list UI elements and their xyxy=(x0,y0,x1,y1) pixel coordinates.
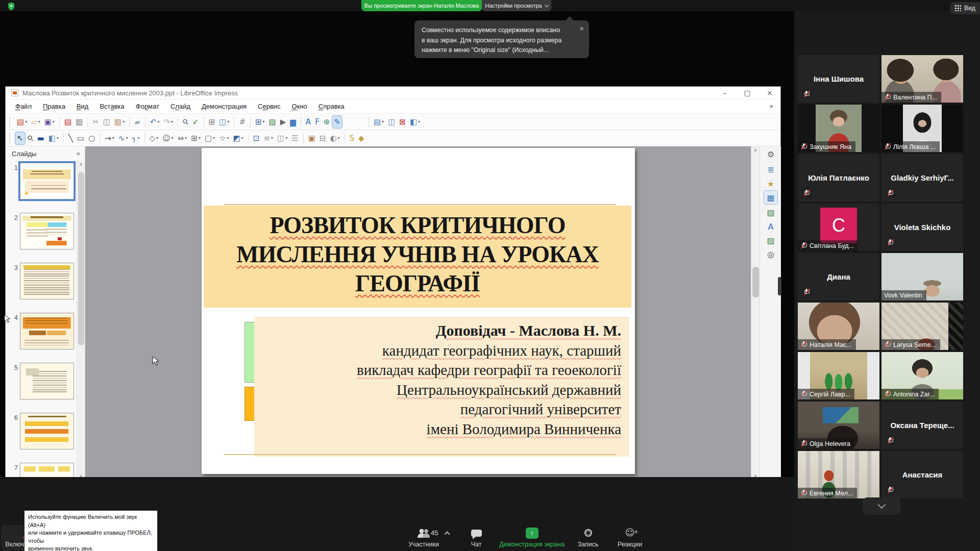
participant-tile[interactable]: Закушняк Яна xyxy=(798,105,879,152)
participant-tile[interactable]: Юлія Патлаєнко xyxy=(798,154,879,202)
stars-button[interactable]: ☆▾ xyxy=(217,132,230,144)
insert-fontwork-button[interactable]: F xyxy=(313,116,321,128)
close-button[interactable]: × xyxy=(761,87,778,99)
menu-item[interactable]: Формат xyxy=(130,99,165,114)
slide-thumbnail[interactable] xyxy=(20,313,74,349)
undo-button[interactable]: ↶▾ xyxy=(149,116,161,128)
block-arrows-button[interactable]: ⇔▾ xyxy=(176,132,189,144)
menu-item[interactable]: Сервис xyxy=(252,99,286,114)
participant-tile[interactable]: Диана xyxy=(798,253,879,300)
clone-formatting-button[interactable]: ▰ xyxy=(133,116,142,128)
menu-item[interactable]: Вставка xyxy=(94,99,130,114)
menu-item[interactable]: Слайд xyxy=(165,99,196,114)
3d-objects-button[interactable]: ◩▾ xyxy=(232,132,245,144)
delete-slide-button[interactable]: ⊠ xyxy=(398,116,407,128)
participant-tile[interactable]: Violeta Skichko xyxy=(881,204,963,251)
close-document-icon[interactable]: × xyxy=(769,99,773,114)
duplicate-slide-button[interactable]: ◫ xyxy=(386,116,397,128)
dropdown-arrow-icon[interactable]: ▾ xyxy=(199,136,201,140)
callouts-button[interactable]: ▢▾ xyxy=(203,132,216,144)
lines-arrows-button[interactable]: →▾ xyxy=(103,132,116,144)
panel-close-icon[interactable]: × xyxy=(76,150,80,158)
toolbar-grip[interactable] xyxy=(9,117,11,127)
image-filter-button[interactable]: ◐▾ xyxy=(328,132,341,144)
dropdown-arrow-icon[interactable]: ▾ xyxy=(285,136,287,140)
window-titlebar[interactable]: Маслова Розвиток критичного мислення 200… xyxy=(6,87,780,99)
new-presentation-button[interactable]: ▤▾ xyxy=(15,116,29,128)
extrusion-button[interactable]: ◆ xyxy=(357,132,366,144)
dropdown-arrow-icon[interactable]: ▾ xyxy=(112,136,114,140)
fill-color-button[interactable]: ◧▾ xyxy=(47,132,60,144)
dropdown-arrow-icon[interactable]: ▾ xyxy=(53,119,55,124)
view-button[interactable]: Вид xyxy=(950,2,980,14)
participants-button[interactable]: 45 Участники xyxy=(403,525,444,550)
participant-tile[interactable]: Анастасия xyxy=(881,451,963,498)
gallery-icon[interactable]: ▧ xyxy=(764,206,777,219)
dropdown-arrow-icon[interactable]: ▾ xyxy=(263,119,265,124)
slide-thumbnail[interactable] xyxy=(20,213,74,249)
distribute-button[interactable]: ☰ xyxy=(290,132,300,144)
slide-thumbnail[interactable] xyxy=(20,163,74,199)
cut-button[interactable]: ✂ xyxy=(91,116,101,128)
dropdown-arrow-icon[interactable]: ▾ xyxy=(382,119,384,124)
dropdown-arrow-icon[interactable]: ▾ xyxy=(126,136,128,140)
dropdown-arrow-icon[interactable]: ▾ xyxy=(171,119,173,124)
connector-button[interactable]: ┐▾ xyxy=(130,132,141,144)
more-participants-button[interactable] xyxy=(863,497,900,515)
menu-item[interactable]: Правка xyxy=(37,99,71,114)
slide-canvas[interactable]: РОЗВИТОК КРИТИЧНОГОМИСЛЕННЯ УЧНІВ НА УРО… xyxy=(202,148,635,474)
dropdown-arrow-icon[interactable]: ▾ xyxy=(271,136,273,140)
find-replace-button[interactable]: ⚲ xyxy=(181,116,190,128)
dropdown-arrow-icon[interactable]: ▾ xyxy=(172,136,174,140)
dropdown-arrow-icon[interactable]: ▾ xyxy=(156,136,158,140)
participant-tile[interactable]: Olga Helevera xyxy=(798,402,879,449)
insert-hyperlink-button[interactable]: ⊕ xyxy=(322,116,332,128)
slides-panel-scrollbar[interactable]: ∧ ∨ xyxy=(77,161,85,480)
menu-item[interactable]: Окно xyxy=(286,99,313,114)
dropdown-arrow-icon[interactable]: ▾ xyxy=(227,136,229,140)
dropdown-arrow-icon[interactable]: ▾ xyxy=(38,119,40,124)
scroll-up-icon[interactable]: ∧ xyxy=(751,147,760,153)
slide-thumbnail[interactable] xyxy=(20,363,74,399)
display-grid-button[interactable]: ⊞ xyxy=(207,116,217,128)
copy-button[interactable]: ◫ xyxy=(102,116,112,128)
sidebar-settings-icon[interactable]: ⚙ xyxy=(764,147,777,161)
participant-tile[interactable]: Vovk Valentin xyxy=(881,253,963,300)
slide-thumbnail[interactable] xyxy=(20,263,74,299)
participant-tile[interactable]: Antonina Zar... xyxy=(881,352,963,399)
slide-editor-area[interactable]: РОЗВИТОК КРИТИЧНОГОМИСЛЕННЯ УЧНІВ НА УРО… xyxy=(85,146,751,480)
snap-guides-button[interactable]: # xyxy=(237,116,247,128)
ellipse-button[interactable]: ○ xyxy=(87,132,96,144)
dropdown-arrow-icon[interactable]: ▾ xyxy=(122,119,125,124)
scrollbar-thumb[interactable] xyxy=(78,172,84,345)
spelling-button[interactable]: ✓ xyxy=(191,116,201,128)
curve-button[interactable]: ∿▾ xyxy=(117,132,130,144)
scroll-up-icon[interactable]: ∧ xyxy=(77,162,85,167)
record-button[interactable]: Запись xyxy=(571,525,605,550)
line-color-button[interactable]: ▬ xyxy=(36,132,46,144)
save-button[interactable]: ▣▾ xyxy=(43,116,56,128)
show-draw-functions-button[interactable]: ✎ xyxy=(332,116,342,128)
redo-button[interactable]: ↷▾ xyxy=(162,116,175,128)
fontwork-button[interactable]: S xyxy=(348,132,356,144)
styles-icon[interactable]: A xyxy=(764,220,777,233)
slide-title-block[interactable]: РОЗВИТОК КРИТИЧНОГОМИСЛЕННЯ УЧНІВ НА УРО… xyxy=(204,206,631,308)
symbol-shapes-button[interactable]: ☺▾ xyxy=(161,132,175,144)
align-button[interactable]: ≡▾ xyxy=(262,132,275,144)
images-icon[interactable]: ▨ xyxy=(764,234,777,247)
insert-textbox-button[interactable]: A xyxy=(304,116,312,128)
open-button[interactable]: ▱▾ xyxy=(30,116,42,128)
menu-item[interactable]: Файл xyxy=(10,99,37,114)
sidebar-hide-handle[interactable] xyxy=(778,277,781,295)
paste-button[interactable]: ▥▾ xyxy=(113,116,126,128)
participant-tile[interactable]: Gladkiy SerhiyГ... xyxy=(881,154,963,202)
share-screen-button[interactable]: ↑ Демонстрация экрана xyxy=(499,525,565,550)
menu-item[interactable]: Демонстрация xyxy=(196,99,252,114)
properties-icon[interactable]: ≣ xyxy=(764,163,777,176)
slide-layout-button[interactable]: ◧▾ xyxy=(408,116,422,128)
dropdown-arrow-icon[interactable]: ▾ xyxy=(157,119,159,124)
participant-tile[interactable]: Larysa Seme... xyxy=(881,303,963,350)
reactions-button[interactable]: ☺+ Реакции xyxy=(610,525,649,550)
participant-tile[interactable]: Сергій Лавр... xyxy=(798,352,879,399)
zoom-button[interactable]: ⚲ xyxy=(26,132,35,144)
